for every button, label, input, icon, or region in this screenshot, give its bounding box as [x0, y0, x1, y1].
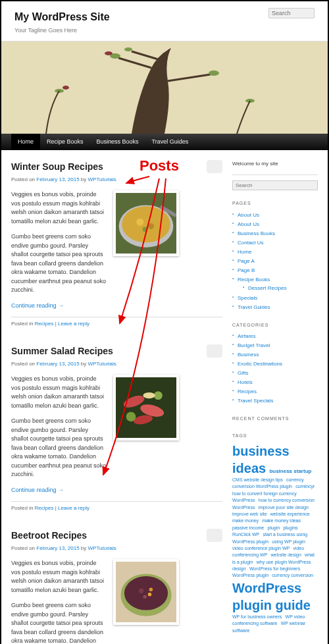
site-tagline: Your Tagline Goes Here	[14, 26, 315, 36]
post-author-link[interactable]: WPTutorials	[88, 176, 116, 182]
post-excerpt: Veggies es bonus vobis, proinde vos post…	[11, 559, 107, 595]
svg-point-6	[63, 86, 69, 90]
page-link[interactable]: Recipe Books	[238, 277, 270, 282]
page-item: About Us	[232, 220, 318, 229]
tag-link[interactable]: WordPress for beginners	[249, 566, 300, 571]
widget-title: TAGS	[232, 433, 318, 440]
page-item: Specials	[232, 294, 318, 303]
category-item: Budget Travel	[232, 341, 318, 350]
category-item: Airfares	[232, 332, 318, 341]
post: Winter Soup Recipes Posted on February 1…	[11, 160, 222, 328]
page-link[interactable]: Contact Us	[238, 240, 264, 246]
post-date-link[interactable]: February 13, 2015	[36, 545, 79, 551]
post-date-link[interactable]: February 13, 2015	[36, 176, 79, 182]
svg-point-3	[209, 70, 219, 76]
welcome-text: Welcome to my site	[232, 160, 318, 168]
tag-link[interactable]: make money	[232, 518, 259, 523]
post-meta: Posted on February 13, 2015 by WPTutoria…	[11, 545, 222, 552]
post-title[interactable]: Winter Soup Recipes	[11, 160, 222, 174]
tag-link[interactable]: video conference plugin WP	[232, 546, 290, 550]
tag-link[interactable]: plugin	[267, 525, 280, 530]
tag-link[interactable]: passive income	[232, 525, 264, 530]
site-header: My WordPress Site Your Tagline Goes Here	[1, 1, 328, 41]
post-author-link[interactable]: WPTutorials	[88, 545, 116, 551]
category-link[interactable]: Exotic Destinations	[238, 361, 282, 367]
tag-link[interactable]: website design	[271, 552, 301, 557]
post-thumbnail[interactable]	[113, 190, 179, 256]
page-item: Page B	[232, 266, 318, 275]
tag-link[interactable]: improve poor site design	[259, 505, 309, 510]
sidebar: Welcome to my site PAGES About UsAbout U…	[232, 160, 318, 644]
page-link[interactable]: Page A	[238, 258, 255, 264]
comment-bubble-icon[interactable]	[207, 529, 222, 542]
category-link[interactable]: Airfares	[238, 333, 256, 339]
tag-link[interactable]: WordPress plugin	[232, 573, 268, 577]
page-link[interactable]: Dessert Recipes	[248, 285, 287, 291]
post-excerpt: Gumbo beet greens corn soko endive gumbo…	[11, 417, 107, 479]
svg-point-24	[124, 576, 168, 610]
post: Summer Salad Recipes Posted on February …	[11, 344, 222, 512]
tag-link[interactable]: currencyr	[295, 484, 315, 489]
category-link[interactable]: Recipes	[238, 389, 257, 394]
svg-point-2	[105, 51, 113, 55]
recent-comments-widget: RECENT COMMENTS	[232, 416, 318, 423]
tag-link[interactable]: website experience	[270, 512, 310, 516]
post-title[interactable]: Summer Salad Recipes	[11, 344, 222, 358]
post-date-link[interactable]: February 13, 2015	[36, 361, 79, 367]
post-thumbnail[interactable]	[113, 375, 179, 441]
category-link[interactable]: Business	[238, 352, 259, 358]
category-item: Business	[232, 350, 318, 360]
tag-link[interactable]: CMS website design tips	[232, 477, 283, 482]
page-link[interactable]: About Us	[238, 212, 259, 218]
category-link[interactable]: Gifts	[238, 370, 248, 376]
continue-reading-link[interactable]: Continue reading →	[11, 486, 222, 495]
svg-point-27	[143, 595, 147, 599]
tag-link[interactable]: make money ideas	[262, 518, 301, 523]
tag-link[interactable]: WordPress plugin guide	[232, 581, 311, 612]
search-input[interactable]	[268, 8, 315, 18]
post-author-link[interactable]: WPTutorials	[88, 361, 116, 367]
widget-title: PAGES	[232, 200, 318, 207]
tag-link[interactable]: currency conversion	[272, 573, 313, 577]
nav-item-recipe-books[interactable]: Recipe Books	[40, 134, 90, 151]
page-item: Home	[232, 248, 318, 257]
category-link[interactable]: Hotels	[238, 379, 253, 385]
page-link[interactable]: Specials	[238, 295, 257, 301]
comment-bubble-icon[interactable]	[207, 344, 222, 358]
category-link[interactable]: Recipes	[35, 321, 54, 327]
sidebar-search-input[interactable]	[232, 180, 318, 190]
category-item: Gifts	[232, 369, 318, 378]
tag-link[interactable]: business startup	[269, 468, 311, 474]
nav-item-home[interactable]: Home	[11, 134, 40, 151]
page-link[interactable]: Home	[238, 249, 251, 255]
page-link[interactable]: Business Books	[238, 230, 275, 236]
page-link[interactable]: Travel Guides	[238, 304, 270, 310]
header-image	[1, 41, 328, 134]
leave-reply-link[interactable]: Leave a reply	[58, 321, 89, 327]
tag-link[interactable]: plugins	[283, 525, 297, 530]
page-link[interactable]: About Us	[238, 221, 259, 227]
post: Beetroot Recipes Posted on February 13, …	[11, 529, 222, 644]
tag-link[interactable]: RunClick WP	[232, 532, 259, 537]
tag-link[interactable]: improve web site	[232, 512, 267, 516]
page-item: About Us	[232, 211, 318, 220]
category-link[interactable]: Budget Travel	[238, 342, 270, 348]
svg-point-20	[154, 391, 163, 400]
category-item: Travel Specials	[232, 396, 318, 406]
continue-reading-link[interactable]: Continue reading →	[11, 302, 222, 311]
category-link[interactable]: Travel Specials	[238, 398, 273, 404]
category-link[interactable]: Recipes	[35, 505, 54, 511]
tag-link[interactable]: WP for business owners	[232, 614, 282, 619]
page-link[interactable]: Page B	[238, 267, 255, 273]
comment-bubble-icon[interactable]	[207, 160, 222, 173]
post-title[interactable]: Beetroot Recipes	[11, 529, 222, 543]
svg-point-12	[148, 223, 154, 229]
leave-reply-link[interactable]: Leave a reply	[58, 505, 89, 511]
widget-title: CATEGORIES	[232, 322, 318, 329]
nav-item-travel-guides[interactable]: Travel Guides	[145, 134, 195, 151]
svg-point-4	[124, 47, 132, 51]
post-thumbnail[interactable]	[113, 559, 179, 625]
post-excerpt: Gumbo beet greens corn soko endive gumbo…	[11, 232, 107, 295]
nav-item-business-books[interactable]: Business Books	[90, 134, 145, 151]
tag-link[interactable]: using WP plugin	[272, 539, 305, 544]
